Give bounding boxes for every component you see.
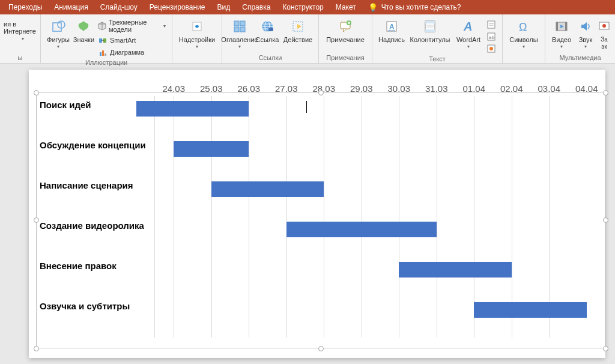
wordart-button[interactable]: A WordArt ▾ [453,16,484,49]
svg-text:A: A [389,23,395,31]
screenrec-icon [596,18,613,35]
icons-icon [75,18,92,35]
cutoff-left-label: ия в Интернете [4,16,37,35]
shapes-icon [50,18,67,35]
group-label-media: Мультимедиа [549,53,611,63]
toc-button[interactable]: Оглавление ▾ [226,16,253,49]
action-button[interactable]: Действие [281,16,315,43]
symbols-button[interactable]: Ω Символы ▾ [506,16,541,49]
toc-icon [231,18,248,35]
group-label-comments: Примечания [323,53,368,63]
lightbulb-icon: 💡 [368,3,378,12]
tab-animation[interactable]: Анимация [48,1,94,14]
svg-marker-16 [297,24,301,29]
smartart-icon [98,35,108,45]
svg-rect-25 [488,21,495,28]
action-icon [289,18,306,35]
svg-rect-10 [234,27,239,32]
tab-transitions[interactable]: Переходы [2,1,48,14]
shapes-button[interactable]: Фигуры ▾ [44,16,72,49]
smartart-button[interactable]: SmartArt [95,35,168,46]
audio-button[interactable]: Звук ▾ [574,16,597,49]
slide-workspace: 24.03 25.03 26.03 27.03 28.03 29.03 30.0… [0,64,615,358]
icons-button[interactable]: Значки [72,16,95,43]
sel-handle-sw[interactable] [34,346,39,351]
cube-icon [98,21,106,31]
tab-review[interactable]: Рецензирование [144,1,211,14]
group-label-addins [176,53,218,63]
video-button[interactable]: Видео ▾ [549,16,574,49]
ribbon-tabbar: Переходы Анимация Слайд-шоу Рецензирован… [0,0,615,14]
wordart-icon: A [460,18,477,35]
group-label-symbols [506,53,541,63]
svg-rect-4 [100,52,101,56]
svg-text:A: A [463,20,472,33]
group-label-links: Ссылки [226,53,315,63]
chart-icon [98,47,108,57]
sel-handle-e[interactable] [603,217,608,223]
textbox-button[interactable]: A Надпись [376,16,407,43]
3dmodels-button[interactable]: Трехмерные модели ▾ [95,18,168,34]
headerfooter-icon [422,18,438,35]
svg-rect-5 [102,50,104,56]
slide-canvas[interactable]: 24.03 25.03 26.03 27.03 28.03 29.03 30.0… [29,70,605,358]
group-label-cutoff: ы [4,53,37,63]
svg-rect-22 [425,21,435,23]
tab-help[interactable]: Справка [236,1,276,14]
textbox-icon: A [383,18,400,35]
group-label-text: Текст [376,54,498,64]
chart-button[interactable]: Диаграмма [95,47,168,58]
video-icon [553,18,570,35]
text-extra-1[interactable] [484,19,498,30]
svg-rect-0 [53,23,61,31]
svg-rect-14 [268,28,273,31]
svg-rect-33 [565,22,567,31]
sel-handle-s[interactable] [318,346,324,351]
svg-rect-6 [105,53,106,56]
svg-text:ab: ab [489,35,494,40]
headerfooter-button[interactable]: Колонтитулы [407,16,453,43]
svg-rect-9 [240,21,245,26]
svg-rect-32 [556,22,558,31]
link-icon [259,18,276,35]
tab-chart-layout[interactable]: Макет [330,1,362,14]
svg-point-36 [602,24,606,28]
sel-handle-n[interactable] [318,90,324,96]
svg-rect-11 [240,27,245,32]
svg-rect-8 [234,21,239,26]
sel-handle-se[interactable] [603,346,608,351]
addins-button[interactable]: Надстройки ▾ [176,16,218,49]
svg-point-29 [489,47,493,50]
text-extra-3[interactable] [484,43,498,54]
tab-chart-design[interactable]: Конструктор [276,1,329,14]
omega-icon: Ω [515,18,532,35]
tab-slideshow[interactable]: Слайд-шоу [94,1,144,14]
screenrec-button[interactable]: За эк [597,16,611,50]
sel-handle-ne[interactable] [603,90,608,96]
tab-view[interactable]: Вид [211,1,237,14]
svg-text:Ω: Ω [519,21,527,33]
ribbon: ия в Интернете ▾ ы Фигуры ▾ Значки [0,14,615,64]
sel-handle-w[interactable] [34,217,39,223]
text-extra-2[interactable]: ab [484,31,498,42]
text-cursor [306,101,307,113]
tell-me-input[interactable]: Что вы хотите сделать? [381,3,461,11]
sel-handle-nw[interactable] [34,90,39,96]
audio-icon [577,18,594,35]
link-button[interactable]: Ссылка [253,16,281,43]
addins-icon [189,18,205,35]
svg-rect-23 [425,29,435,32]
comment-icon [337,18,354,35]
selection-frame [36,93,605,348]
comment-button[interactable]: Примечание [323,16,368,43]
